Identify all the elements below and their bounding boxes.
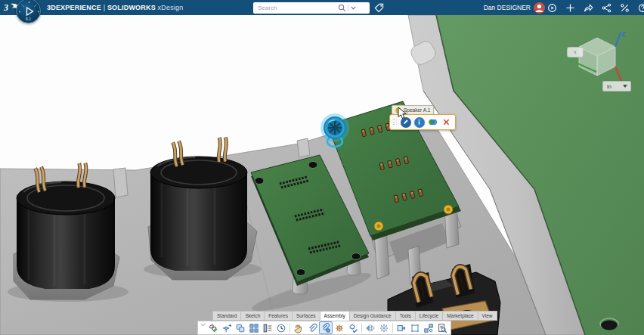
toolbar-separator [361, 323, 362, 333]
z-axis-label: Z [621, 30, 626, 38]
avatar[interactable] [534, 2, 545, 14]
engineering-connection-icon[interactable] [333, 321, 346, 334]
tab-marketplace[interactable]: Marketplace [442, 311, 477, 321]
user-name[interactable]: Dan DESIGNER [476, 0, 531, 15]
status-inwork-icon [395, 107, 401, 113]
toolbar-separator [392, 323, 393, 333]
smart-mate-icon[interactable] [319, 321, 333, 334]
z-axis [615, 33, 621, 47]
insert-component-icon[interactable] [206, 321, 220, 334]
info-icon[interactable] [414, 117, 425, 128]
tools-icon[interactable] [620, 3, 630, 13]
component-history-icon[interactable] [274, 321, 288, 334]
share-icon[interactable] [584, 3, 593, 13]
tag-icon[interactable] [374, 3, 384, 13]
units-value: in [603, 83, 623, 90]
search-input[interactable] [253, 3, 338, 13]
move-component-icon[interactable] [220, 321, 234, 334]
bounding-box-icon[interactable] [408, 321, 422, 334]
3dcompass[interactable]: 6.1 [16, 0, 41, 23]
manipulate-component-icon[interactable] [292, 321, 305, 334]
product-name: SOLIDWORKS [107, 4, 156, 11]
network-icon[interactable] [602, 3, 611, 13]
plate-clip[interactable] [297, 138, 310, 157]
tab-sketch[interactable]: Sketch [240, 311, 264, 321]
view-cube[interactable]: Z Y X [565, 29, 630, 89]
exploded-view-icon[interactable] [377, 321, 391, 334]
edit-icon[interactable] [401, 117, 411, 128]
mirror-component-icon[interactable] [364, 321, 377, 334]
toolbar-separator [289, 323, 290, 333]
close-icon[interactable] [441, 117, 452, 128]
tab-surfaces[interactable]: Surfaces [292, 311, 320, 321]
drag-handle[interactable] [393, 119, 398, 126]
search-options-chevron-icon[interactable] [350, 5, 357, 11]
topbar-icons [547, 3, 644, 13]
search-icon[interactable] [338, 4, 346, 12]
add-icon[interactable] [565, 3, 575, 13]
tab-assembly[interactable]: Assembly [320, 311, 349, 321]
design-check-icon[interactable] [435, 321, 449, 334]
apps-icon[interactable] [428, 117, 438, 128]
chevron-left-icon: ‹ [574, 48, 577, 56]
collapse-panel-button[interactable]: ‹ [567, 47, 584, 57]
copy-component-icon[interactable] [234, 321, 247, 334]
units-dropdown[interactable]: in [602, 81, 631, 92]
pattern-component-icon[interactable] [247, 321, 261, 334]
compass-version: 6.1 [17, 17, 40, 21]
kinematics-icon[interactable] [422, 321, 435, 334]
svg-text:3: 3 [4, 2, 8, 13]
help-icon[interactable] [638, 3, 644, 13]
collapse-action-bar-icon[interactable] [200, 321, 206, 334]
tab-features[interactable]: Features [264, 311, 292, 321]
3dplay-icon[interactable] [547, 3, 557, 13]
top-bar: 3 3DEXPERIENCE | SOLIDWORKS xDesign Dan … [0, 0, 644, 15]
tab-design-guidance[interactable]: Design Guidance [349, 311, 395, 321]
xdesign-app: 3 3DEXPERIENCE | SOLIDWORKS xDesign Dan … [0, 0, 644, 335]
product-suffix: xDesign [158, 4, 184, 11]
user-icon [534, 2, 545, 14]
ribbon-tools [197, 321, 451, 335]
mechanism-check-icon[interactable] [346, 321, 360, 334]
tab-standard[interactable]: Standard [212, 311, 240, 321]
brand-name: 3DEXPERIENCE [47, 4, 101, 11]
tab-view[interactable]: View [478, 311, 497, 321]
ribbon-tabs: StandardSketchFeaturesSurfacesAssemblyDe… [212, 311, 497, 321]
context-toolbar [389, 114, 456, 130]
search-box[interactable] [253, 2, 370, 14]
component-structure-icon[interactable] [261, 321, 274, 334]
viewport-3d[interactable] [0, 0, 644, 335]
app-title: 3DEXPERIENCE | SOLIDWORKS xDesign [47, 0, 184, 15]
selection-tooltip-label: Speaker A.1 [404, 107, 430, 113]
chevron-down-icon [623, 85, 627, 88]
x-axis [615, 67, 621, 81]
y-axis-label: Y [568, 57, 573, 65]
tab-tools[interactable]: Tools [395, 311, 415, 321]
title-divider: | [104, 4, 106, 11]
export-component-icon[interactable] [395, 321, 408, 334]
search-divider [348, 5, 348, 11]
tab-lifecycle[interactable]: Lifecycle [415, 311, 442, 321]
mate-icon[interactable] [305, 321, 319, 334]
